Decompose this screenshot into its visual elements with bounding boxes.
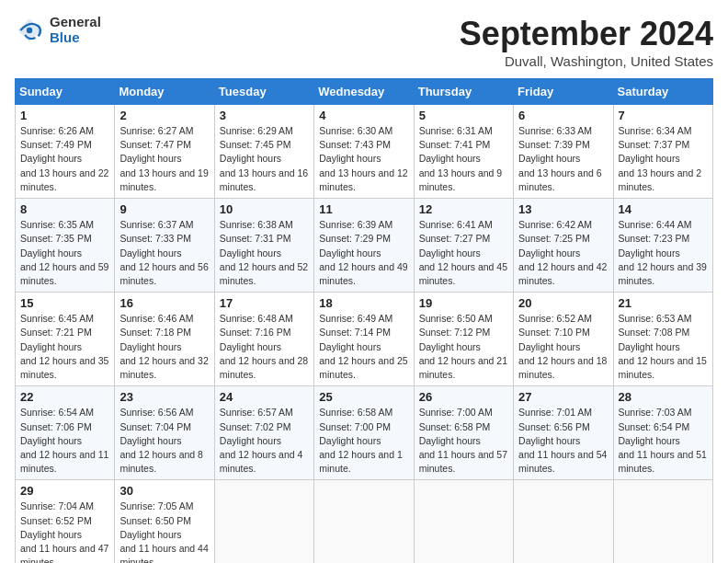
day-info: Sunrise: 6:33 AM Sunset: 7:39 PM Dayligh… [518, 124, 608, 194]
day-number: 21 [619, 296, 708, 310]
weekday-header-friday: Friday [514, 79, 613, 105]
calendar-cell [613, 480, 712, 563]
day-number: 9 [119, 202, 209, 216]
day-number: 28 [619, 390, 708, 404]
calendar-cell: 28 Sunrise: 7:03 AM Sunset: 6:54 PM Dayl… [613, 386, 712, 480]
calendar-cell: 20 Sunrise: 6:52 AM Sunset: 7:10 PM Dayl… [514, 293, 613, 386]
day-number: 20 [518, 296, 608, 310]
calendar-cell: 19 Sunrise: 6:50 AM Sunset: 7:12 PM Dayl… [414, 293, 513, 386]
day-info: Sunrise: 7:04 AM Sunset: 6:52 PM Dayligh… [20, 500, 109, 563]
svg-point-1 [27, 27, 32, 32]
day-info: Sunrise: 6:30 AM Sunset: 7:43 PM Dayligh… [319, 124, 408, 194]
calendar-cell: 23 Sunrise: 6:56 AM Sunset: 7:04 PM Dayl… [115, 386, 214, 480]
day-info: Sunrise: 6:34 AM Sunset: 7:37 PM Dayligh… [619, 124, 708, 194]
day-number: 23 [119, 390, 209, 404]
day-number: 14 [619, 202, 708, 216]
calendar-cell: 4 Sunrise: 6:30 AM Sunset: 7:43 PM Dayli… [314, 105, 414, 199]
day-info: Sunrise: 6:56 AM Sunset: 7:04 PM Dayligh… [119, 406, 209, 476]
calendar-cell: 12 Sunrise: 6:41 AM Sunset: 7:27 PM Dayl… [414, 199, 513, 293]
calendar-cell: 1 Sunrise: 6:26 AM Sunset: 7:49 PM Dayli… [16, 105, 115, 199]
calendar-cell: 15 Sunrise: 6:45 AM Sunset: 7:21 PM Dayl… [16, 293, 115, 386]
calendar-cell: 25 Sunrise: 6:58 AM Sunset: 7:00 PM Dayl… [314, 386, 414, 480]
calendar-cell: 21 Sunrise: 6:53 AM Sunset: 7:08 PM Dayl… [613, 293, 712, 386]
day-number: 10 [220, 202, 309, 216]
day-number: 13 [518, 202, 608, 216]
calendar-week-2: 8 Sunrise: 6:35 AM Sunset: 7:35 PM Dayli… [16, 199, 713, 293]
day-info: Sunrise: 6:29 AM Sunset: 7:45 PM Dayligh… [220, 124, 309, 194]
calendar-cell: 5 Sunrise: 6:31 AM Sunset: 7:41 PM Dayli… [414, 105, 513, 199]
calendar-week-3: 15 Sunrise: 6:45 AM Sunset: 7:21 PM Dayl… [16, 293, 713, 386]
calendar-week-1: 1 Sunrise: 6:26 AM Sunset: 7:49 PM Dayli… [16, 105, 713, 199]
calendar-cell: 22 Sunrise: 6:54 AM Sunset: 7:06 PM Dayl… [16, 386, 115, 480]
day-number: 1 [20, 109, 109, 122]
calendar-cell: 24 Sunrise: 6:57 AM Sunset: 7:02 PM Dayl… [214, 386, 313, 480]
weekday-header-wednesday: Wednesday [314, 79, 414, 105]
day-info: Sunrise: 6:42 AM Sunset: 7:25 PM Dayligh… [518, 218, 608, 288]
logo-icon [15, 16, 44, 45]
calendar-cell: 27 Sunrise: 7:01 AM Sunset: 6:56 PM Dayl… [514, 386, 613, 480]
day-info: Sunrise: 6:44 AM Sunset: 7:23 PM Dayligh… [619, 218, 708, 288]
day-info: Sunrise: 6:45 AM Sunset: 7:21 PM Dayligh… [20, 312, 109, 382]
day-number: 16 [119, 296, 209, 310]
calendar-cell: 10 Sunrise: 6:38 AM Sunset: 7:31 PM Dayl… [214, 199, 313, 293]
day-number: 4 [319, 109, 408, 122]
calendar-cell [214, 480, 313, 563]
day-info: Sunrise: 6:50 AM Sunset: 7:12 PM Dayligh… [419, 312, 508, 382]
day-number: 25 [319, 390, 408, 404]
calendar-cell: 6 Sunrise: 6:33 AM Sunset: 7:39 PM Dayli… [514, 105, 613, 199]
weekday-header-monday: Monday [115, 79, 214, 105]
day-info: Sunrise: 6:54 AM Sunset: 7:06 PM Dayligh… [20, 406, 109, 476]
day-number: 22 [20, 390, 109, 404]
calendar-cell: 29 Sunrise: 7:04 AM Sunset: 6:52 PM Dayl… [16, 480, 115, 563]
calendar-header-row: SundayMondayTuesdayWednesdayThursdayFrid… [16, 79, 713, 105]
calendar-cell: 11 Sunrise: 6:39 AM Sunset: 7:29 PM Dayl… [314, 199, 414, 293]
day-info: Sunrise: 6:58 AM Sunset: 7:00 PM Dayligh… [319, 406, 408, 476]
calendar-cell: 13 Sunrise: 6:42 AM Sunset: 7:25 PM Dayl… [514, 199, 613, 293]
logo-text: General Blue [50, 15, 101, 45]
day-number: 8 [20, 202, 109, 216]
logo-line1: General [50, 15, 101, 30]
logo-line2: Blue [50, 30, 101, 46]
day-info: Sunrise: 6:27 AM Sunset: 7:47 PM Dayligh… [119, 124, 209, 194]
day-info: Sunrise: 7:00 AM Sunset: 6:58 PM Dayligh… [419, 406, 508, 476]
calendar-week-5: 29 Sunrise: 7:04 AM Sunset: 6:52 PM Dayl… [16, 480, 713, 563]
day-info: Sunrise: 6:35 AM Sunset: 7:35 PM Dayligh… [20, 218, 109, 288]
logo: General Blue [15, 15, 101, 45]
calendar-table: SundayMondayTuesdayWednesdayThursdayFrid… [15, 78, 713, 563]
page-header: General Blue September 2024 Duvall, Wash… [15, 15, 713, 69]
day-info: Sunrise: 6:38 AM Sunset: 7:31 PM Dayligh… [220, 218, 309, 288]
calendar-cell [514, 480, 613, 563]
title-area: September 2024 Duvall, Washington, Unite… [460, 15, 713, 69]
day-number: 18 [319, 296, 408, 310]
day-info: Sunrise: 6:31 AM Sunset: 7:41 PM Dayligh… [419, 124, 508, 194]
calendar-cell: 2 Sunrise: 6:27 AM Sunset: 7:47 PM Dayli… [115, 105, 214, 199]
day-info: Sunrise: 6:53 AM Sunset: 7:08 PM Dayligh… [619, 312, 708, 382]
day-number: 30 [119, 484, 209, 498]
calendar-body: 1 Sunrise: 6:26 AM Sunset: 7:49 PM Dayli… [16, 105, 713, 564]
calendar-cell: 17 Sunrise: 6:48 AM Sunset: 7:16 PM Dayl… [214, 293, 313, 386]
calendar-cell: 3 Sunrise: 6:29 AM Sunset: 7:45 PM Dayli… [214, 105, 313, 199]
calendar-cell: 16 Sunrise: 6:46 AM Sunset: 7:18 PM Dayl… [115, 293, 214, 386]
calendar-cell: 9 Sunrise: 6:37 AM Sunset: 7:33 PM Dayli… [115, 199, 214, 293]
calendar-cell: 26 Sunrise: 7:00 AM Sunset: 6:58 PM Dayl… [414, 386, 513, 480]
day-number: 3 [220, 109, 309, 122]
day-number: 29 [20, 484, 109, 498]
day-number: 27 [518, 390, 608, 404]
day-info: Sunrise: 7:05 AM Sunset: 6:50 PM Dayligh… [119, 500, 209, 563]
day-number: 7 [619, 109, 708, 122]
day-number: 26 [419, 390, 508, 404]
day-info: Sunrise: 6:41 AM Sunset: 7:27 PM Dayligh… [419, 218, 508, 288]
day-number: 11 [319, 202, 408, 216]
calendar-cell: 8 Sunrise: 6:35 AM Sunset: 7:35 PM Dayli… [16, 199, 115, 293]
month-title: September 2024 [460, 15, 713, 53]
calendar-cell: 30 Sunrise: 7:05 AM Sunset: 6:50 PM Dayl… [115, 480, 214, 563]
calendar-cell [314, 480, 414, 563]
weekday-header-tuesday: Tuesday [214, 79, 313, 105]
day-number: 5 [419, 109, 508, 122]
day-number: 19 [419, 296, 508, 310]
calendar-cell: 18 Sunrise: 6:49 AM Sunset: 7:14 PM Dayl… [314, 293, 414, 386]
day-info: Sunrise: 6:49 AM Sunset: 7:14 PM Dayligh… [319, 312, 408, 382]
day-info: Sunrise: 6:37 AM Sunset: 7:33 PM Dayligh… [119, 218, 209, 288]
day-info: Sunrise: 6:46 AM Sunset: 7:18 PM Dayligh… [119, 312, 209, 382]
weekday-header-saturday: Saturday [613, 79, 712, 105]
